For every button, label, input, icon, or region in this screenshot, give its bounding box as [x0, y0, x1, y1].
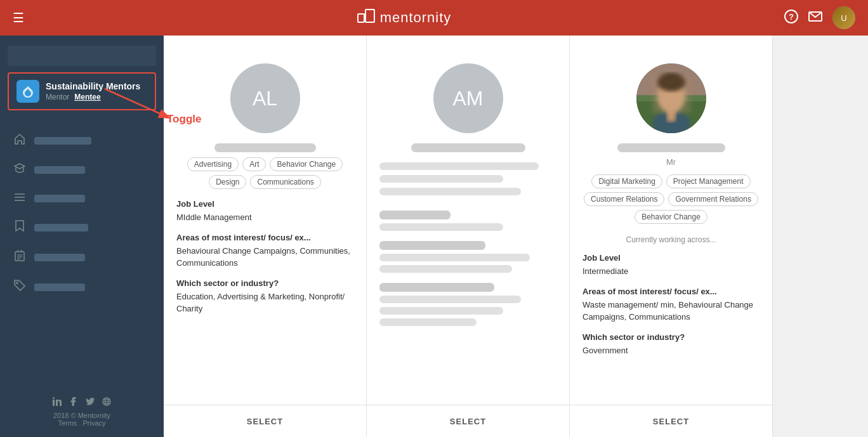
tag-art: Art: [242, 157, 266, 171]
graduation-icon: [13, 163, 27, 176]
tag-communications: Communications: [250, 175, 320, 189]
card-1-footer: SELECT: [164, 405, 366, 437]
social-icons: [10, 397, 154, 408]
card-3-footer: SELECT: [570, 405, 772, 437]
card-1-tags: Advertising Art Behavior Change Design C…: [176, 157, 353, 189]
program-selector[interactable]: Sustainability Mentors Mentor Mentee: [8, 72, 156, 110]
card-1-job-level: Job Level MIddle Management: [176, 199, 353, 224]
card-3-avatar-container: [582, 48, 760, 133]
card-1-name-blurred: [214, 143, 316, 152]
card-1-areas-value: Behavioural Change Campaigns, Communitie…: [176, 245, 353, 270]
card-1-sector: Which sector or industry? Education, Adv…: [176, 278, 353, 315]
card-3-job-level-label: Job Level: [582, 253, 760, 263]
terms-link[interactable]: Terms: [58, 419, 77, 427]
card-3-sector-value: Government: [582, 344, 760, 357]
svg-rect-1: [365, 10, 374, 22]
program-info: Sustainability Mentors Mentor Mentee: [46, 81, 147, 101]
card-3-body: Mr Digital Marketing Project Management …: [570, 36, 772, 405]
card-2-body: AM: [367, 36, 569, 405]
mentee-role[interactable]: Mentee: [74, 93, 100, 101]
tag-government-relations: Government Relations: [668, 192, 758, 206]
card-3-job-level: Job Level Intermediate: [582, 253, 760, 278]
globe-icon[interactable]: [102, 397, 111, 408]
card-3-areas-value: Waste management/ min, Behavioural Chang…: [582, 299, 760, 323]
svg-rect-0: [358, 14, 364, 22]
sidebar-item-tag[interactable]: [0, 272, 164, 302]
card-3-salutation: Mr: [582, 157, 760, 167]
mail-icon[interactable]: [808, 11, 822, 25]
card-1-sector-label: Which sector or industry?: [176, 278, 353, 288]
card-2-select-button[interactable]: SELECT: [450, 417, 486, 426]
header-left: ☰: [13, 10, 24, 25]
svg-point-12: [16, 282, 18, 284]
card-1-areas-label: Areas of most interest/ focus/ ex...: [176, 233, 353, 242]
card-1-body: AL Advertising Art Behavior Change Desig…: [164, 36, 366, 405]
list1-label: [34, 195, 85, 202]
footer-links: Terms . Privacy: [10, 419, 154, 427]
card-1-select-button[interactable]: SELECT: [247, 417, 283, 426]
main-layout: Sustainability Mentors Mentor Mentee: [0, 36, 868, 437]
svg-point-14: [53, 397, 55, 399]
user-avatar[interactable]: U: [832, 6, 855, 29]
card-3-areas: Areas of most interest/ focus/ ex... Was…: [582, 287, 760, 323]
copyright-text: 2018 © Mentornity: [10, 412, 154, 419]
mentor-card-3: Mr Digital Marketing Project Management …: [570, 36, 773, 437]
header: ☰ mentornity ? U: [0, 0, 868, 36]
svg-rect-30: [652, 75, 690, 113]
sidebar-item-bookmark[interactable]: [0, 212, 164, 242]
card-2-avatar: AM: [433, 63, 503, 133]
home-icon: [13, 133, 27, 148]
svg-rect-8: [15, 252, 24, 261]
card-3-tags: Digital Marketing Project Management Cus…: [582, 174, 760, 224]
logo-text: mentornity: [380, 10, 452, 26]
card-3-sector-label: Which sector or industry?: [582, 332, 760, 342]
card-1-areas: Areas of most interest/ focus/ ex... Beh…: [176, 233, 353, 270]
svg-text:?: ?: [789, 12, 794, 22]
tag-advertising: Advertising: [187, 157, 239, 171]
hamburger-icon[interactable]: ☰: [13, 10, 24, 25]
card-1-sector-value: Education, Advertising & Marketing, Nonp…: [176, 290, 353, 315]
bookmark-label: [34, 224, 88, 232]
program-roles: Mentor Mentee: [46, 93, 147, 101]
sidebar-item-home[interactable]: [0, 126, 164, 155]
sidebar-footer: 2018 © Mentornity Terms . Privacy: [0, 387, 164, 437]
content-area: AL Advertising Art Behavior Change Desig…: [164, 36, 868, 437]
report-label: [34, 254, 85, 261]
sidebar-item-education[interactable]: [0, 155, 164, 184]
card-2-name-blurred: [411, 143, 525, 152]
card-1-job-level-label: Job Level: [176, 199, 353, 209]
card-3-working-across: Currently working across...: [582, 234, 760, 245]
card-3-avatar-photo: [636, 63, 706, 133]
privacy-link[interactable]: Privacy: [83, 419, 106, 427]
tag-customer-relations: Customer Relations: [584, 192, 664, 206]
svg-rect-13: [53, 400, 55, 406]
linkedin-icon[interactable]: [53, 397, 62, 408]
help-icon[interactable]: ?: [784, 10, 798, 27]
card-2-avatar-container: AM: [379, 48, 556, 133]
nav-items: [0, 121, 164, 387]
card-3-select-button[interactable]: SELECT: [653, 417, 689, 426]
mentor-card-1: AL Advertising Art Behavior Change Desig…: [164, 36, 367, 437]
sidebar: Sustainability Mentors Mentor Mentee: [0, 36, 164, 437]
card-2-blurred-content: [379, 162, 556, 326]
sidebar-item-list1[interactable]: [0, 184, 164, 212]
sidebar-item-report[interactable]: [0, 242, 164, 272]
sidebar-top-item: [8, 46, 156, 66]
tag-icon: [13, 280, 27, 294]
header-right: ? U: [784, 6, 855, 29]
program-logo: [16, 80, 39, 103]
card-3-name-blurred: [617, 143, 725, 152]
clipboard-icon: [13, 250, 27, 264]
facebook-icon[interactable]: [69, 397, 78, 408]
mentor-role[interactable]: Mentor: [46, 93, 69, 101]
card-3-job-level-value: Intermediate: [582, 265, 760, 278]
card-1-avatar-container: AL: [176, 48, 353, 133]
tag-label: [34, 284, 85, 291]
card-1-job-level-value: MIddle Management: [176, 211, 353, 224]
cards-container: AL Advertising Art Behavior Change Desig…: [164, 36, 868, 437]
tag-project-management: Project Management: [666, 174, 751, 188]
logo-icon: [357, 9, 375, 27]
tag-behavior-change: Behavior Change: [270, 157, 343, 171]
twitter-icon[interactable]: [86, 397, 95, 408]
card-3-sector: Which sector or industry? Government: [582, 332, 760, 357]
